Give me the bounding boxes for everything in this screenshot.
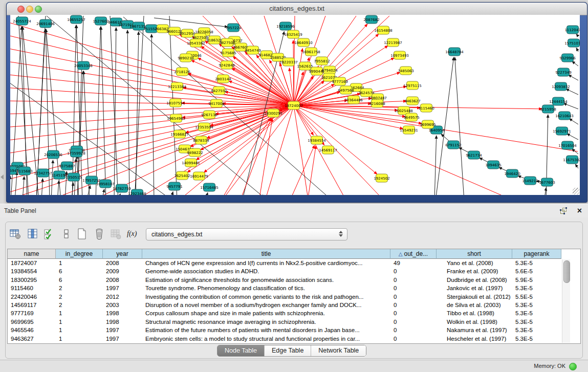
column-header-in_degree[interactable]: in_degree xyxy=(56,249,103,259)
column-header-name[interactable]: name xyxy=(8,249,56,259)
tab-edge-table[interactable]: Edge Table xyxy=(265,345,311,356)
table-row[interactable]: 1872400712008Changes of HCN gene express… xyxy=(8,259,561,267)
select-all-icon[interactable] xyxy=(43,228,55,240)
resize-grip[interactable] xyxy=(573,188,579,194)
graph-node[interactable]: 12353594 xyxy=(195,123,213,131)
graph-node[interactable]: 1094635 xyxy=(485,161,501,169)
graph-node[interactable]: 9463627 xyxy=(404,97,420,105)
graph-node[interactable]: 8427552 xyxy=(211,86,227,95)
graph-node[interactable]: 8215958 xyxy=(540,105,556,113)
scrollbar-thumb[interactable] xyxy=(563,260,570,283)
table-row[interactable]: 969969511998Structural magnetic resonanc… xyxy=(8,318,561,326)
table-row[interactable]: 946554611997Estimation of the future num… xyxy=(8,326,561,334)
graph-node[interactable]: 11675302 xyxy=(563,156,580,164)
graph-node[interactable]: 9375887 xyxy=(59,162,75,170)
network-window-titlebar[interactable]: citations_edges.txt xyxy=(7,3,587,15)
graph-node[interactable]: 14099481 xyxy=(182,159,200,167)
graph-node[interactable]: 7485063 xyxy=(398,67,413,75)
graph-node[interactable]: 9649575 xyxy=(403,113,419,121)
column-header-short[interactable]: short xyxy=(437,249,512,259)
close-panel-icon[interactable]: × xyxy=(577,205,582,216)
graph-node[interactable]: 1112047 xyxy=(564,26,580,34)
graph-node[interactable]: 8216088 xyxy=(369,99,385,107)
graph-node[interactable]: 6497568 xyxy=(338,86,354,94)
graph-node[interactable]: 15692971 xyxy=(553,127,571,135)
graph-node[interactable]: 20053346 xyxy=(74,61,93,70)
graph-node[interactable]: 12444154 xyxy=(549,97,568,105)
vertical-scrollbar[interactable] xyxy=(562,259,570,343)
graph-node[interactable]: 19218596 xyxy=(276,22,295,30)
graph-node[interactable]: 7625402 xyxy=(174,171,190,180)
graph-node[interactable]: 9417004 xyxy=(208,99,225,107)
graph-node[interactable]: 20206536 xyxy=(44,150,62,159)
tab-network-table[interactable]: Network Table xyxy=(311,345,366,356)
graph-node[interactable]: 9329966 xyxy=(559,54,576,62)
table-row[interactable]: 1456911722003Disruption of a novel membe… xyxy=(8,301,561,309)
graph-node[interactable]: 9457791 xyxy=(166,182,182,190)
tab-node-table[interactable]: Node Table xyxy=(217,345,265,356)
graph-node[interactable]: 8878334 xyxy=(193,136,209,144)
graph-node[interactable]: 2718126 xyxy=(174,68,190,76)
graph-node[interactable]: 14569117 xyxy=(319,146,337,154)
graph-node[interactable]: 7957224 xyxy=(225,24,242,32)
graph-node[interactable]: 1350515 xyxy=(66,173,81,181)
graph-node[interactable]: 9498222 xyxy=(187,148,203,157)
graph-node[interactable]: 9267130 xyxy=(201,111,217,119)
column-header-title[interactable]: title xyxy=(142,249,390,259)
graph-node[interactable]: 16210643 xyxy=(555,112,574,120)
panel-collapse-arrow[interactable] xyxy=(1,174,4,180)
table-row[interactable]: 977716911998Corpus callosum shape and si… xyxy=(8,309,561,317)
graph-node[interactable]: 16961758 xyxy=(302,48,320,56)
graph-node[interactable]: 1115683 xyxy=(16,167,32,175)
column-select-icon[interactable] xyxy=(27,228,39,240)
table-row[interactable]: 2242004622012Investigating the contribut… xyxy=(8,293,561,301)
graph-node[interactable]: 19384554 xyxy=(308,136,326,144)
graph-node[interactable]: 9777169 xyxy=(332,77,347,85)
graph-node[interactable]: 9115460 xyxy=(418,104,434,112)
graph-node[interactable]: 16914479 xyxy=(190,172,208,180)
delete-icon[interactable] xyxy=(93,228,105,240)
column-header-year[interactable]: year xyxy=(103,249,142,259)
graph-node[interactable]: 6791152 xyxy=(445,141,461,149)
graph-node[interactable]: 24055724 xyxy=(13,17,31,25)
graph-node[interactable]: 1924502 xyxy=(374,174,389,182)
graph-node[interactable]: 7955812 xyxy=(314,57,330,65)
table-row[interactable]: 1938455462009Genome-wide association stu… xyxy=(8,267,561,275)
graph-node[interactable]: 9227349 xyxy=(555,68,571,76)
graph-node[interactable]: 15751074 xyxy=(564,39,580,47)
graph-node[interactable]: 2803144 xyxy=(215,75,231,83)
float-window-icon[interactable] xyxy=(559,207,568,215)
graph-node[interactable]: 19654963 xyxy=(167,114,185,122)
new-table-icon[interactable] xyxy=(76,228,88,240)
column-header-out_de[interactable]: △out_de... xyxy=(390,249,437,259)
graph-node[interactable]: 9175685 xyxy=(220,49,236,57)
network-table-selector[interactable]: citations_edges.txt xyxy=(146,228,347,240)
function-builder-icon[interactable]: f(x) xyxy=(127,228,139,240)
graph-node[interactable]: 15549231 xyxy=(400,126,418,134)
graph-node[interactable]: 12975115 xyxy=(403,81,422,90)
graph-node[interactable]: 9699695 xyxy=(420,120,435,128)
graph-node[interactable]: 16648784 xyxy=(445,48,464,56)
graph-node[interactable]: 17016504 xyxy=(558,141,577,149)
graph-node[interactable]: 12213987 xyxy=(384,38,402,47)
table-row[interactable]: 946362711997Embryonic stem cells: a mode… xyxy=(8,335,561,343)
network-graph[interactable]: 24055724 20691406 10655257 1527602 84661… xyxy=(10,15,580,195)
graph-node[interactable]: 1145194 xyxy=(51,171,68,179)
graph-node[interactable]: 1946420 xyxy=(504,169,520,178)
table-settings-icon[interactable] xyxy=(9,228,21,240)
rows-icon[interactable] xyxy=(60,228,73,240)
graph-node[interactable]: 15716485 xyxy=(200,183,219,191)
graph-node[interactable]: 2087682 xyxy=(363,15,379,24)
graph-node[interactable]: 1677603 xyxy=(539,178,555,186)
graph-node[interactable]: 10655257 xyxy=(67,15,85,24)
graph-node[interactable]: 9242848 xyxy=(219,61,234,69)
column-header-pagerank[interactable]: pagerank xyxy=(512,249,561,259)
graph-node[interactable]: 1527602 xyxy=(93,17,108,25)
table-row[interactable]: 1830029562008Estimation of significance … xyxy=(8,276,561,284)
delete-table-icon[interactable] xyxy=(110,228,122,240)
network-canvas[interactable]: 24055724 20691406 10655257 1527602 84661… xyxy=(10,15,580,195)
graph-node[interactable]: 9621734 xyxy=(466,151,482,159)
graph-node[interactable]: 18325419 xyxy=(284,30,302,38)
graph-node[interactable]: 18107554 xyxy=(166,99,185,107)
table-row[interactable]: 911546021997Tourette syndrome. Phenomeno… xyxy=(8,284,561,292)
